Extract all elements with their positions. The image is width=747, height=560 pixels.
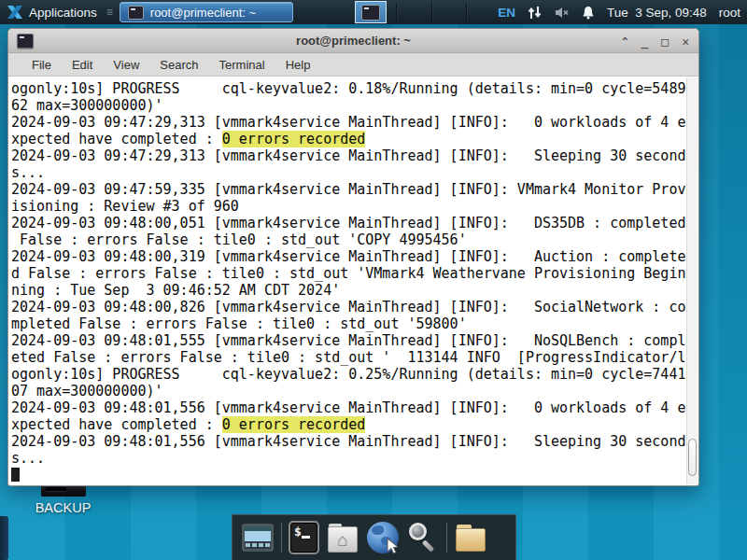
notification-bell-icon[interactable] <box>582 6 595 20</box>
terminal-line: mpleted False : errors False : tile0 : s… <box>11 315 686 332</box>
terminal-line: eted False : errors False : tile0 : std_… <box>11 349 686 366</box>
top-panel: Applications ≡ root@primeclient: ~ EN <box>0 0 747 24</box>
shade-button[interactable]: ^ <box>622 36 628 47</box>
scrollbar-thumb[interactable] <box>688 439 697 476</box>
terminal-icon[interactable]: $ <box>289 521 319 554</box>
volume-muted-icon[interactable] <box>555 7 570 19</box>
panel-separator <box>466 3 467 21</box>
dock-separator <box>281 523 282 553</box>
dock-separator <box>446 523 447 553</box>
terminal-line: 2024-09-03 09:48:01,556 [vmmark4service … <box>11 433 686 450</box>
terminal-cursor <box>11 468 20 482</box>
window-titlebar[interactable]: root@primeclient: ~ ^ _ □ ✕ <box>8 29 698 53</box>
terminal-line: xpected have completed : 0 errors record… <box>11 131 686 147</box>
menu-search[interactable]: Search <box>149 55 208 75</box>
web-browser-icon[interactable] <box>366 521 400 554</box>
maximize-button[interactable]: □ <box>661 35 669 48</box>
user-menu[interactable]: root <box>719 6 740 20</box>
terminal-output[interactable]: ogonly:10s] PROGRESS cql-keyvalue2: 0.18… <box>9 77 686 484</box>
terminal-line: isioning : Review #3 of 960 <box>11 198 686 215</box>
terminal-line: 62 max=300000000)' <box>11 97 686 114</box>
menu-view[interactable]: View <box>103 55 149 75</box>
terminal-line: 2024-09-03 09:47:59,335 [vmmark4service … <box>11 181 686 198</box>
applications-menu[interactable]: Applications <box>29 6 97 20</box>
minimize-button[interactable]: _ <box>641 35 649 48</box>
terminal-line <box>11 467 686 483</box>
terminal-line: 2024-09-03 09:47:29,313 [vmmark4service … <box>11 114 686 131</box>
menu-help[interactable]: Help <box>275 55 321 75</box>
clock[interactable]: Tue 3 Sep, 09:48 <box>607 6 707 20</box>
terminal-line: ogonly:10s] PROGRESS cql-keyvalue2: 0.18… <box>11 80 686 97</box>
terminal-line: 2024-09-03 09:47:29,313 [vmmark4service … <box>11 147 686 164</box>
file-manager-icon[interactable]: ⌂ <box>326 521 359 554</box>
terminal-window: root@primeclient: ~ ^ _ □ ✕ FileEditView… <box>7 28 699 486</box>
folder-icon[interactable] <box>454 521 487 554</box>
terminal-line: 2024-09-03 09:48:01,556 [vmmark4service … <box>11 399 686 416</box>
terminal-line: d False : errors False : tile0 : std_out… <box>11 265 686 282</box>
language-indicator[interactable]: EN <box>498 6 515 20</box>
search-highlight: 0 errors recorded <box>222 416 366 433</box>
terminal-line: 2024-09-03 09:48:00,319 [vmmark4service … <box>11 248 686 265</box>
search-highlight: 0 errors recorded <box>222 131 366 147</box>
terminal-line: 2024-09-03 09:48:01,555 [vmmark4service … <box>11 332 686 349</box>
taskbar-window-label: root@primeclient: ~ <box>150 6 256 20</box>
panel-handle-icon: ≡ <box>106 6 112 19</box>
terminal-line: 2024-09-03 09:48:00,826 [vmmark4service … <box>11 299 686 315</box>
show-desktop-icon[interactable] <box>241 523 275 553</box>
dock: $ ⌂ <box>232 514 516 560</box>
backup-drive-label: BACKUP <box>19 500 107 515</box>
terminal-line: 07 max=300000000)' <box>11 383 686 399</box>
terminal-line: xpected have completed : 0 errors record… <box>11 416 686 433</box>
applications-menu-icon <box>7 5 23 20</box>
taskbar-window-button[interactable]: root@primeclient: ~ <box>120 2 293 22</box>
menu-bar: FileEditViewSearchTerminalHelp <box>8 53 698 77</box>
menu-edit[interactable]: Edit <box>62 55 103 75</box>
close-button[interactable]: ✕ <box>682 35 689 48</box>
tray-terminal-button[interactable] <box>355 1 387 23</box>
network-arrows-icon[interactable] <box>528 6 543 20</box>
menu-terminal[interactable]: Terminal <box>209 55 275 75</box>
terminal-icon <box>128 6 144 20</box>
panel-separator <box>431 3 432 21</box>
partial-desktop-icon[interactable] <box>0 516 8 560</box>
terminal-line: s... <box>11 450 686 467</box>
terminal-icon <box>361 5 380 21</box>
panel-separator <box>396 3 397 21</box>
terminal-line: s... <box>11 164 686 181</box>
search-icon[interactable] <box>406 521 440 554</box>
window-title: root@primeclient: ~ <box>8 34 698 48</box>
menu-file[interactable]: File <box>21 55 62 75</box>
scrollbar[interactable] <box>686 77 698 484</box>
terminal-line: 2024-09-03 09:48:00,051 [vmmark4service … <box>11 215 686 231</box>
terminal-line: ning : Tue Sep 3 09:46:52 AM CDT 2024' <box>11 282 686 299</box>
terminal-line: False : errors False : tile0 : std_out '… <box>11 231 686 248</box>
terminal-line: ogonly:10s] PROGRESS cql-keyvalue2: 0.25… <box>11 366 686 383</box>
